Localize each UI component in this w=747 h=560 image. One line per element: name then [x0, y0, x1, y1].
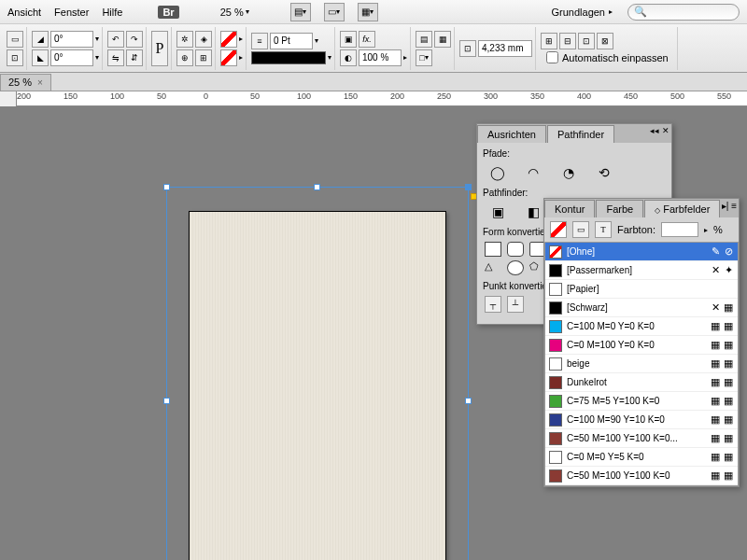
ruler-origin-icon[interactable] [0, 91, 17, 106]
screen-mode-icon[interactable]: ▭▾ [324, 3, 345, 21]
search-input[interactable]: 🔍 [627, 4, 740, 21]
rotation-input-1[interactable] [50, 31, 93, 48]
swatch-row[interactable]: C=0 M=0 Y=5 K=0▦▦ [545, 448, 738, 467]
paragraph-style-icon[interactable]: P [151, 31, 168, 66]
view-options-icon[interactable]: ▤▾ [290, 3, 311, 21]
swatch-type-icon: ✕ [710, 302, 721, 314]
rotate-cw-icon[interactable]: ↷ [126, 31, 143, 48]
pathfinder-label: Pathfinder: [483, 188, 666, 198]
text-wrap-icon-1[interactable]: ▤ [416, 31, 432, 48]
corner-options-icon[interactable]: □▾ [416, 49, 432, 66]
swatch-mode-icon: ✦ [723, 265, 734, 276]
open-path-icon[interactable]: ◠ [522, 163, 544, 182]
constrain-icon[interactable]: ⊡ [7, 49, 23, 66]
menu-ansicht[interactable]: Ansicht [7, 7, 41, 18]
tab-kontur[interactable]: Kontur [544, 200, 595, 217]
swatches-panel: ▸| ≡ Kontur Farbe ◇ Farbfelder ▭ T Farbt… [543, 198, 740, 487]
close-icon[interactable]: × [37, 77, 43, 88]
selection-handle[interactable] [465, 184, 472, 190]
align-icon-4[interactable]: ⊞ [195, 49, 212, 66]
close-path-icon[interactable]: ◔ [557, 163, 580, 182]
formatting-text-icon[interactable]: T [595, 221, 612, 238]
swatch-mode-icon: ▦ [723, 377, 734, 388]
swatch-color-icon [549, 320, 562, 333]
bridge-badge[interactable]: Br [158, 6, 178, 19]
swatch-color-icon [549, 432, 562, 445]
selection-handle[interactable] [465, 398, 472, 404]
fill-proxy-icon[interactable] [550, 221, 567, 238]
swatch-row[interactable]: beige▦▦ [545, 355, 738, 373]
shape-ellipse-icon[interactable] [507, 260, 524, 275]
tab-farbfelder[interactable]: ◇ Farbfelder [644, 200, 720, 217]
swatch-row[interactable]: C=100 M=90 Y=10 K=0▦▦ [545, 411, 738, 429]
point-corner-icon[interactable]: ┴ [507, 296, 524, 313]
selection-handle[interactable] [163, 398, 170, 404]
fit-prop-icon[interactable]: ⊠ [597, 33, 613, 49]
text-wrap-icon-2[interactable]: ▦ [434, 31, 451, 48]
shape-roundrect-icon[interactable] [507, 242, 524, 257]
fx-icon[interactable]: fx. [359, 31, 375, 48]
document-tab[interactable]: 25 %× [0, 74, 51, 91]
selection-frame[interactable] [166, 187, 469, 560]
fit-frame-icon[interactable]: ⊟ [559, 33, 576, 49]
swatch-row[interactable]: [Ohne]✎⊘ [545, 243, 738, 261]
reverse-path-icon[interactable]: ⟲ [593, 163, 615, 182]
swatch-label: C=50 M=100 Y=100 K=0... [567, 433, 705, 443]
frame-fit-icon[interactable]: ⊡ [459, 40, 476, 57]
tab-farbe[interactable]: Farbe [596, 200, 643, 217]
tint-input[interactable] [661, 222, 698, 237]
swatch-color-icon [549, 264, 562, 277]
tint-label: Farbton: [617, 224, 655, 235]
swatch-row[interactable]: [Papier] [545, 280, 738, 299]
selection-handle[interactable] [163, 184, 170, 190]
panel-collapse-icon[interactable]: ◂◂ ✕ [650, 126, 669, 135]
flip-h-icon[interactable]: ⇋ [107, 49, 124, 66]
formatting-container-icon[interactable]: ▭ [572, 221, 589, 238]
swatch-row[interactable]: C=0 M=100 Y=0 K=0▦▦ [545, 336, 738, 355]
join-path-icon[interactable]: ◯ [486, 163, 509, 182]
swatch-row[interactable]: C=50 M=100 Y=100 K=0...▦▦ [545, 429, 738, 448]
auto-fit-checkbox[interactable] [546, 51, 558, 63]
point-plain-icon[interactable]: ┬ [485, 296, 501, 313]
effects-icon[interactable]: ▣ [340, 31, 357, 48]
menu-hilfe[interactable]: Hilfe [102, 7, 122, 18]
selection-handle[interactable] [314, 184, 320, 190]
rotation-input-2[interactable] [50, 49, 93, 66]
tab-pathfinder[interactable]: Pathfinder [547, 125, 614, 143]
pathfinder-subtract-icon[interactable]: ◧ [522, 203, 544, 221]
arrange-docs-icon[interactable]: ▦▾ [358, 3, 378, 21]
swatch-row[interactable]: [Schwarz]✕▦ [545, 299, 738, 317]
swatch-row[interactable]: C=100 M=0 Y=0 K=0▦▦ [545, 317, 738, 336]
object-icon[interactable]: ▭ [7, 31, 23, 48]
align-icon-2[interactable]: ◈ [195, 31, 212, 48]
opacity-input[interactable] [359, 49, 402, 66]
pathfinder-add-icon[interactable]: ▣ [486, 203, 509, 221]
rotate-ccw-icon[interactable]: ↶ [107, 31, 124, 48]
menu-fenster[interactable]: Fenster [54, 7, 89, 18]
swatch-row[interactable]: [Passermarken]✕✦ [545, 261, 738, 280]
fit-content-icon[interactable]: ⊞ [541, 33, 557, 49]
canvas-area[interactable]: ◂◂ ✕ Ausrichten Pathfinder Pfade: ◯ ◠ ◔ … [0, 106, 747, 560]
swatch-type-icon: ▦ [710, 340, 721, 351]
align-icon-3[interactable]: ⊕ [176, 49, 193, 66]
stroke-weight-input[interactable] [270, 33, 313, 49]
zoom-level-menu[interactable]: 25 % ▾ [215, 5, 255, 20]
tab-ausrichten[interactable]: Ausrichten [477, 125, 546, 143]
stroke-style-dropdown[interactable] [251, 51, 326, 64]
swatch-row[interactable]: Dunkelrot▦▦ [545, 373, 738, 392]
opacity-icon: ◐ [340, 49, 357, 66]
swatch-type-icon: ▦ [710, 414, 721, 426]
shape-rect-icon[interactable] [485, 242, 501, 257]
flip-v-icon[interactable]: ⇵ [126, 49, 143, 66]
stroke-swatch[interactable] [220, 49, 237, 66]
fill-swatch[interactable] [220, 31, 237, 48]
center-content-icon[interactable]: ⊡ [578, 33, 595, 49]
align-icon-1[interactable]: ✲ [176, 31, 193, 48]
workspace-switcher[interactable]: Grundlagen ▸ [544, 5, 621, 20]
paths-label: Pfade: [483, 148, 666, 159]
tint-pct-label: % [713, 224, 723, 235]
frame-width-input[interactable] [478, 40, 532, 57]
swatch-row[interactable]: C=75 M=5 Y=100 K=0▦▦ [545, 392, 738, 411]
swatch-row[interactable]: C=50 M=100 Y=100 K=0▦▦ [545, 467, 738, 485]
panel-flyout-icon[interactable]: ▸| ≡ [722, 201, 737, 211]
